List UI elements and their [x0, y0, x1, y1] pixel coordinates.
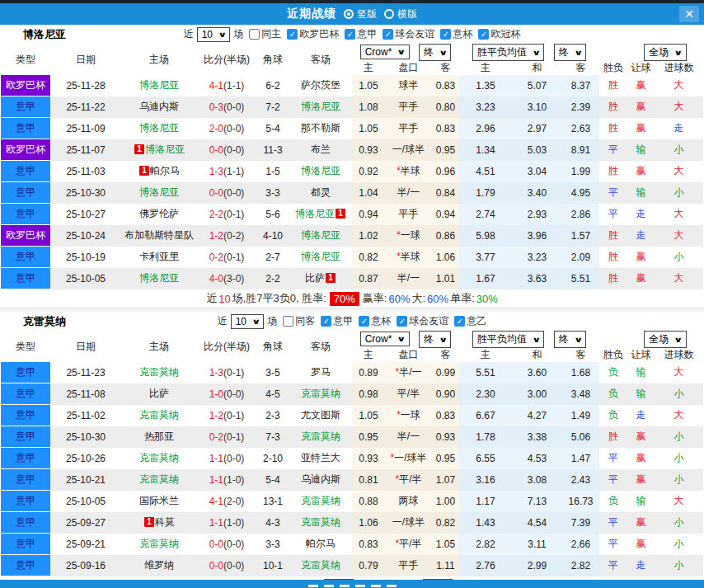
sub-header-goals: 进球数	[655, 348, 703, 362]
avg-draw-cell: 3.10	[512, 96, 562, 118]
date-cell: 25-11-23	[50, 362, 121, 383]
team-name-text: 克雷莫纳	[301, 388, 340, 399]
match-type-cell: 意甲	[1, 405, 50, 426]
goals-result-cell: 大	[655, 362, 703, 383]
halftime-score: (0-0)	[223, 388, 244, 400]
handicap-text: 半/一	[397, 272, 420, 284]
odds-away-cell: 0.95	[432, 448, 459, 469]
league-checkbox[interactable]: ✓	[383, 29, 393, 40]
radio-horizontal-label[interactable]: 横版	[397, 7, 417, 21]
odds-home-cell: 1.05	[352, 75, 385, 96]
league-checkbox[interactable]: ✓	[397, 316, 407, 327]
team-name-text: 帕尔马	[306, 538, 336, 549]
score-cell: 4-1(1-1)	[197, 75, 256, 96]
outcome-result-cell: 负	[599, 405, 627, 426]
league-checkbox[interactable]: ✓	[359, 316, 369, 327]
league-checkbox[interactable]: ✓	[440, 29, 451, 40]
avg-away-cell: 1.99	[562, 161, 599, 182]
league-checkbox[interactable]: ✓	[454, 316, 465, 327]
away-team-cell: 都灵	[289, 182, 352, 204]
date-cell: 25-10-21	[50, 469, 121, 491]
team-name-text: 博洛尼亚	[139, 186, 179, 198]
home-team-cell: 布加勒斯特星队	[121, 225, 197, 247]
goals-result-cell: 小	[655, 182, 703, 204]
handicap-cell: 平/半	[385, 383, 432, 405]
league-filter-label: 欧冠杯	[490, 27, 520, 41]
odds-final-select[interactable]: 终∨	[419, 331, 451, 348]
scope-select[interactable]: 全场∨	[644, 331, 686, 348]
away-team-cell: 帕尔马	[289, 534, 352, 555]
avg-away-cell: 1.68	[562, 362, 599, 383]
handicap-result-cell: 赢	[627, 268, 655, 289]
goals-result-cell: 大	[655, 96, 703, 118]
league-filter-label: 意甲	[357, 27, 377, 41]
league-filter-label: 意乙	[467, 314, 486, 328]
avg-draw-cell: 2.97	[512, 118, 562, 139]
outcome-result-cell: 平	[599, 448, 627, 469]
summary-segment: 赢率:	[363, 291, 387, 306]
handicap-result-cell: 输	[627, 139, 655, 161]
score-cell: 1-3(1-1)	[197, 161, 256, 182]
odds-home-cell: 0.89	[352, 362, 385, 383]
odds-final-select[interactable]: 终∨	[419, 44, 451, 61]
handicap-text: 平/半	[399, 473, 421, 485]
close-icon[interactable]: ✕	[679, 6, 699, 22]
handicap-text: 半/一	[397, 430, 420, 442]
corner-cell: 3-3	[256, 534, 289, 555]
odds-away-cell: 1.01	[432, 268, 459, 289]
league-filter-label: 欧罗巴杯	[299, 27, 339, 41]
home-team-cell: 克雷莫纳	[121, 405, 197, 426]
odds-source-select[interactable]: Crow*∨	[360, 45, 410, 59]
avg-away-cell: 2.82	[562, 555, 599, 576]
avg-final-select[interactable]: 终∨	[554, 331, 586, 348]
match-type-cell: 意甲	[1, 469, 50, 491]
goals-result-cell: 大	[655, 75, 703, 96]
match-row: 意甲25-10-19卡利亚里0-2(0-1)2-7博洛尼亚0.82*半球1.06…	[1, 247, 703, 268]
team-name-text: 那不勒斯	[301, 122, 340, 134]
handicap-cell: *一/球半	[385, 448, 432, 469]
team-name-text: 布加勒斯特星队	[124, 229, 194, 241]
odds-source-select[interactable]: Crow*∨	[360, 332, 410, 346]
avg-source-select[interactable]: 胜平负均值∨	[472, 44, 544, 61]
radio-vertical-icon[interactable]	[344, 9, 354, 19]
same-venue-label: 同主	[261, 27, 281, 41]
league-checkbox[interactable]: ✓	[478, 29, 489, 40]
away-team-cell: 克雷莫纳	[289, 491, 352, 512]
league-checkbox[interactable]: ✓	[287, 29, 298, 40]
avg-draw-cell: 3.38	[512, 426, 562, 448]
handicap-cell: *平/半	[385, 469, 432, 491]
goals-result-cell: 小	[655, 247, 703, 268]
avg-away-cell: 2.86	[562, 204, 599, 225]
radio-horizontal-icon[interactable]	[384, 9, 394, 19]
odds-away-cell: 1.07	[432, 469, 459, 491]
same-venue-checkbox[interactable]	[249, 29, 260, 40]
avg-source-select[interactable]: 胜平负均值∨	[472, 331, 544, 348]
scope-select[interactable]: 全场∨	[644, 44, 686, 61]
same-venue-checkbox[interactable]	[283, 316, 293, 327]
league-checkbox[interactable]: ✓	[321, 316, 331, 327]
halftime-score: (0-0)	[223, 453, 244, 464]
summary-segment: 场,胜7平3负0, 胜率:	[232, 291, 326, 306]
radio-vertical-label[interactable]: 竖版	[357, 7, 377, 21]
team-name-text: 都灵	[311, 186, 331, 198]
handicap-cell: *一球	[385, 225, 432, 247]
match-count-select[interactable]: 10∨	[231, 314, 265, 329]
outcome-result-cell: 胜	[599, 118, 627, 139]
league-checkbox[interactable]: ✓	[345, 29, 355, 40]
home-team-cell: 维罗纳	[121, 555, 197, 576]
handicap-cell: 两球	[385, 491, 432, 512]
outcome-result-cell: 胜	[599, 75, 627, 96]
away-team-cell: 博洛尼亚	[289, 161, 352, 182]
odds-home-cell: 1.02	[352, 225, 385, 247]
dialog-title: 近期战绩	[287, 7, 336, 21]
team-name-text: 罗马	[311, 366, 331, 378]
corner-cell: 4-10	[256, 225, 289, 247]
match-count-select[interactable]: 10∨	[197, 27, 231, 42]
odds-away-cell: 1.06	[432, 247, 459, 268]
chevron-down-icon: ∨	[674, 336, 683, 344]
chevron-down-icon: ∨	[397, 335, 406, 343]
odds-home-cell: 0.88	[352, 491, 385, 512]
avg-final-select[interactable]: 终∨	[554, 44, 586, 61]
match-type-cell: 意甲	[1, 96, 50, 118]
team-name-text: 克雷莫纳	[139, 538, 179, 549]
